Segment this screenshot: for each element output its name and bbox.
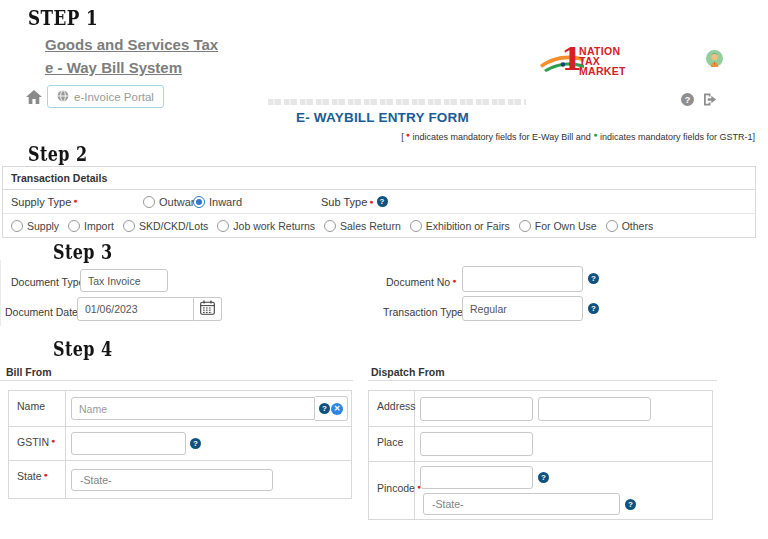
- dispatch-state-help-icon[interactable]: ?: [625, 499, 636, 510]
- name-clear-icon[interactable]: ✕: [331, 403, 343, 415]
- bill-from-gstin-row: GSTIN● ?: [9, 427, 351, 461]
- logout-icon[interactable]: [702, 92, 718, 111]
- dispatch-address1-input[interactable]: [420, 397, 533, 421]
- radio-inward[interactable]: Inward: [193, 196, 242, 208]
- outward-radio-circle[interactable]: [143, 196, 155, 208]
- transaction-type-input[interactable]: [462, 296, 583, 321]
- document-no-input[interactable]: [462, 266, 583, 292]
- subtype-option-sales-return[interactable]: Sales Return: [324, 220, 401, 232]
- dispatch-pincode-input[interactable]: [420, 466, 533, 489]
- inward-radio-circle[interactable]: [193, 196, 205, 208]
- bill-from-divider: [0, 380, 353, 381]
- gstin-help-icon[interactable]: ?: [190, 438, 201, 449]
- document-date-label: Document Date●: [5, 306, 84, 318]
- address-label: Address: [369, 391, 415, 426]
- radio-outward[interactable]: Outward: [143, 196, 201, 208]
- subtype-option-skd-ckd-lots[interactable]: SKD/CKD/Lots: [123, 220, 208, 232]
- transaction-details-header: Transaction Details: [3, 167, 755, 190]
- dispatch-place-input[interactable]: [420, 432, 533, 456]
- dispatch-from-divider: [368, 380, 717, 381]
- transaction-type-help-icon[interactable]: ?: [588, 303, 599, 314]
- bill-from-name-input[interactable]: [71, 397, 315, 420]
- brand-links: Goods and Services Tax e - Way Bill Syst…: [45, 33, 218, 79]
- transaction-type-label: Transaction Type●: [383, 306, 469, 318]
- name-icons-box: ?✕: [315, 396, 348, 421]
- bill-from-table: Name ?✕ GSTIN● ? State● -State-: [8, 390, 352, 499]
- einvoice-portal-button[interactable]: e-Invoice Portal: [47, 85, 164, 108]
- bill-from-gstin-input[interactable]: [71, 432, 186, 455]
- calendar-button[interactable]: [194, 297, 222, 321]
- name-label: Name: [9, 391, 66, 426]
- pincode-label: Pincode●: [369, 462, 415, 519]
- globe-icon: [57, 90, 69, 104]
- document-no-help-icon[interactable]: ?: [588, 273, 599, 284]
- sub-type-options-row: Supply Import SKD/CKD/Lots Job work Retu…: [3, 213, 755, 237]
- mandatory-fields-note: [● indicates mandatory fields for E-Way …: [401, 131, 755, 142]
- place-label: Place: [369, 427, 415, 461]
- bill-from-state-row: State● -State-: [9, 461, 351, 498]
- bill-from-state-select[interactable]: -State-: [71, 469, 273, 491]
- subtype-option-exhibition-or-fairs[interactable]: Exhibition or Fairs: [410, 220, 510, 232]
- nation-tax-market-logo: 1 NATION TAX MARKET: [538, 42, 626, 80]
- sub-type-label-group: Sub Type● ?: [321, 196, 388, 208]
- document-details-section: Document Type● Document No● ? Document D…: [0, 260, 758, 326]
- annotation-step-1: STEP 1: [28, 5, 98, 30]
- subtype-option-for-own-use[interactable]: For Own Use: [519, 220, 597, 232]
- subtype-option-supply[interactable]: Supply: [11, 220, 59, 232]
- annotation-step-2: Step 2: [28, 142, 87, 166]
- logo-text: NATION TAX MARKET: [579, 46, 626, 76]
- document-date-group: [77, 297, 222, 321]
- user-avatar[interactable]: [706, 50, 723, 71]
- subtype-option-import[interactable]: Import: [68, 220, 114, 232]
- subtype-help-icon[interactable]: ?: [377, 196, 388, 207]
- dispatch-from-table: Address Place Pincode● ? -State- ?: [368, 390, 713, 520]
- transaction-details-section: Transaction Details Supply Type● Outward…: [2, 166, 756, 238]
- state-label: State●: [9, 461, 66, 498]
- supply-type-label: Supply Type●: [11, 196, 78, 208]
- inward-label: Inward: [209, 196, 242, 208]
- page-title: E- WAYBILL ENTRY FORM: [296, 110, 469, 125]
- annotation-step-4: Step 4: [53, 337, 112, 361]
- link-eway-bill-system[interactable]: e - Way Bill System: [45, 56, 218, 79]
- dispatch-address-row: Address: [369, 391, 712, 427]
- dispatch-address2-input[interactable]: [538, 397, 651, 421]
- document-no-label: Document No●: [386, 276, 456, 288]
- document-type-label: Document Type●: [11, 276, 91, 288]
- name-help-icon[interactable]: ?: [319, 403, 330, 414]
- gstin-label: GSTIN●: [9, 427, 66, 460]
- pincode-help-icon[interactable]: ?: [538, 472, 549, 483]
- redacted-user-info: [268, 99, 526, 105]
- dispatch-from-header: Dispatch From: [371, 366, 445, 378]
- help-icon[interactable]: ?: [681, 93, 694, 106]
- bill-from-name-row: Name ?✕: [9, 391, 351, 427]
- home-icon[interactable]: [26, 90, 42, 108]
- subtype-option-others[interactable]: Others: [606, 220, 654, 232]
- subtype-option-job-work-returns[interactable]: Job work Returns: [217, 220, 315, 232]
- dispatch-state-select[interactable]: -State-: [423, 493, 620, 515]
- dispatch-place-row: Place: [369, 427, 712, 462]
- document-date-input[interactable]: [77, 297, 194, 321]
- link-goods-services-tax[interactable]: Goods and Services Tax: [45, 33, 218, 56]
- einvoice-portal-label: e-Invoice Portal: [74, 91, 154, 103]
- bill-from-header: Bill From: [6, 366, 52, 378]
- dispatch-pincode-row: Pincode● ? -State- ?: [369, 462, 712, 519]
- document-type-input[interactable]: [80, 269, 168, 292]
- calendar-icon: [200, 300, 215, 319]
